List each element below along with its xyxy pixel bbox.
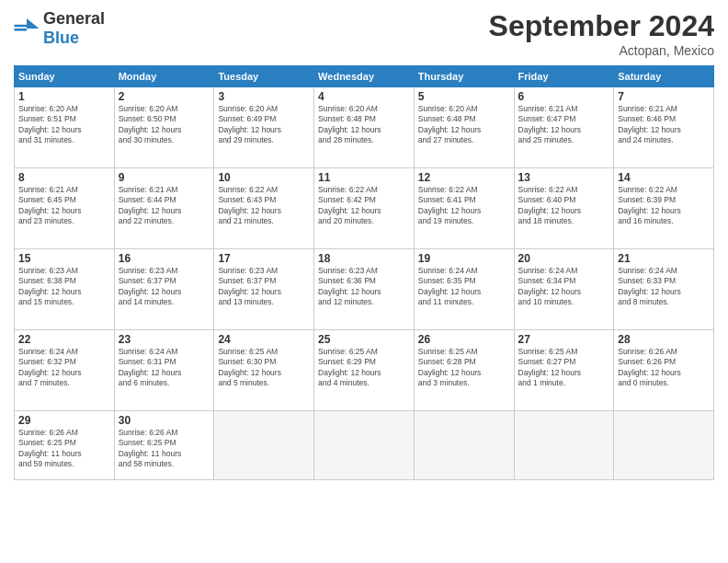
col-saturday: Saturday [614,66,714,87]
col-friday: Friday [514,66,614,87]
day-number: 29 [18,414,110,427]
table-row: 30Sunrise: 6:26 AM Sunset: 6:25 PM Dayli… [114,411,214,480]
day-number: 28 [618,333,710,346]
table-row: 3Sunrise: 6:20 AM Sunset: 6:49 PM Daylig… [214,87,314,168]
week-row-5: 29Sunrise: 6:26 AM Sunset: 6:25 PM Dayli… [15,411,714,480]
table-row: 15Sunrise: 6:23 AM Sunset: 6:38 PM Dayli… [15,249,115,330]
svg-marker-2 [27,18,40,29]
day-number: 16 [119,252,210,265]
day-number: 15 [18,252,110,265]
logo: General Blue [14,9,105,48]
day-number: 20 [518,252,610,265]
day-info: Sunrise: 6:20 AM Sunset: 6:51 PM Dayligh… [18,104,110,146]
day-info: Sunrise: 6:20 AM Sunset: 6:49 PM Dayligh… [218,104,310,146]
table-row: 19Sunrise: 6:24 AM Sunset: 6:35 PM Dayli… [414,249,514,330]
week-row-2: 8Sunrise: 6:21 AM Sunset: 6:45 PM Daylig… [15,168,714,249]
table-row: 5Sunrise: 6:20 AM Sunset: 6:48 PM Daylig… [414,87,514,168]
day-number: 6 [518,90,610,103]
day-number: 10 [218,171,310,184]
table-row: 7Sunrise: 6:21 AM Sunset: 6:46 PM Daylig… [614,87,714,168]
table-row: 26Sunrise: 6:25 AM Sunset: 6:28 PM Dayli… [414,330,514,411]
day-info: Sunrise: 6:25 AM Sunset: 6:29 PM Dayligh… [318,347,410,389]
table-row: 11Sunrise: 6:22 AM Sunset: 6:42 PM Dayli… [314,168,415,249]
svg-rect-1 [14,29,27,31]
header-row: Sunday Monday Tuesday Wednesday Thursday… [15,66,714,87]
day-number: 24 [218,333,310,346]
table-row: 2Sunrise: 6:20 AM Sunset: 6:50 PM Daylig… [114,87,214,168]
day-number: 2 [119,90,210,103]
col-sunday: Sunday [15,66,115,87]
day-info: Sunrise: 6:26 AM Sunset: 6:25 PM Dayligh… [18,428,110,470]
logo-blue: Blue [43,29,79,47]
day-number: 7 [618,90,710,103]
day-info: Sunrise: 6:21 AM Sunset: 6:45 PM Dayligh… [18,185,110,227]
table-row: 12Sunrise: 6:22 AM Sunset: 6:41 PM Dayli… [414,168,514,249]
day-info: Sunrise: 6:21 AM Sunset: 6:44 PM Dayligh… [119,185,210,227]
day-info: Sunrise: 6:22 AM Sunset: 6:43 PM Dayligh… [218,185,310,227]
day-number: 18 [318,252,410,265]
logo-text: General Blue [43,9,105,48]
day-info: Sunrise: 6:24 AM Sunset: 6:31 PM Dayligh… [119,347,210,389]
day-info: Sunrise: 6:22 AM Sunset: 6:40 PM Dayligh… [518,185,610,227]
day-number: 5 [418,90,510,103]
table-row: 22Sunrise: 6:24 AM Sunset: 6:32 PM Dayli… [15,330,115,411]
day-number: 12 [418,171,510,184]
day-number: 23 [119,333,210,346]
col-tuesday: Tuesday [214,66,314,87]
table-row: 13Sunrise: 6:22 AM Sunset: 6:40 PM Dayli… [514,168,614,249]
logo-icon [14,18,40,39]
table-row [214,411,314,480]
table-row: 14Sunrise: 6:22 AM Sunset: 6:39 PM Dayli… [614,168,714,249]
table-row [314,411,415,480]
day-info: Sunrise: 6:20 AM Sunset: 6:48 PM Dayligh… [418,104,510,146]
day-info: Sunrise: 6:25 AM Sunset: 6:30 PM Dayligh… [218,347,310,389]
day-number: 21 [618,252,710,265]
day-info: Sunrise: 6:22 AM Sunset: 6:42 PM Dayligh… [318,185,410,227]
day-info: Sunrise: 6:23 AM Sunset: 6:37 PM Dayligh… [119,266,210,308]
table-row [514,411,614,480]
day-number: 4 [318,90,410,103]
day-info: Sunrise: 6:24 AM Sunset: 6:34 PM Dayligh… [518,266,610,308]
day-number: 22 [18,333,110,346]
table-row: 8Sunrise: 6:21 AM Sunset: 6:45 PM Daylig… [15,168,115,249]
table-row: 17Sunrise: 6:23 AM Sunset: 6:37 PM Dayli… [214,249,314,330]
week-row-1: 1Sunrise: 6:20 AM Sunset: 6:51 PM Daylig… [15,87,714,168]
table-row: 4Sunrise: 6:20 AM Sunset: 6:48 PM Daylig… [314,87,415,168]
page: General Blue September 2024 Actopan, Mex… [0,0,728,563]
day-info: Sunrise: 6:26 AM Sunset: 6:25 PM Dayligh… [119,428,210,470]
day-info: Sunrise: 6:20 AM Sunset: 6:50 PM Dayligh… [119,104,210,146]
day-number: 19 [418,252,510,265]
table-row: 21Sunrise: 6:24 AM Sunset: 6:33 PM Dayli… [614,249,714,330]
table-row: 18Sunrise: 6:23 AM Sunset: 6:36 PM Dayli… [314,249,415,330]
day-number: 9 [119,171,210,184]
day-number: 27 [518,333,610,346]
day-info: Sunrise: 6:26 AM Sunset: 6:26 PM Dayligh… [618,347,710,389]
table-row: 9Sunrise: 6:21 AM Sunset: 6:44 PM Daylig… [114,168,214,249]
day-info: Sunrise: 6:20 AM Sunset: 6:48 PM Dayligh… [318,104,410,146]
day-info: Sunrise: 6:24 AM Sunset: 6:35 PM Dayligh… [418,266,510,308]
table-row: 28Sunrise: 6:26 AM Sunset: 6:26 PM Dayli… [614,330,714,411]
day-number: 17 [218,252,310,265]
day-info: Sunrise: 6:22 AM Sunset: 6:39 PM Dayligh… [618,185,710,227]
table-row: 29Sunrise: 6:26 AM Sunset: 6:25 PM Dayli… [15,411,115,480]
day-info: Sunrise: 6:25 AM Sunset: 6:28 PM Dayligh… [418,347,510,389]
day-number: 30 [119,414,210,427]
day-number: 26 [418,333,510,346]
table-row [414,411,514,480]
day-number: 13 [518,171,610,184]
day-number: 11 [318,171,410,184]
logo-general: General [43,9,105,28]
table-row: 6Sunrise: 6:21 AM Sunset: 6:47 PM Daylig… [514,87,614,168]
table-row: 16Sunrise: 6:23 AM Sunset: 6:37 PM Dayli… [114,249,214,330]
day-info: Sunrise: 6:21 AM Sunset: 6:47 PM Dayligh… [518,104,610,146]
table-row: 27Sunrise: 6:25 AM Sunset: 6:27 PM Dayli… [514,330,614,411]
col-monday: Monday [114,66,214,87]
day-info: Sunrise: 6:25 AM Sunset: 6:27 PM Dayligh… [518,347,610,389]
day-info: Sunrise: 6:23 AM Sunset: 6:36 PM Dayligh… [318,266,410,308]
day-info: Sunrise: 6:24 AM Sunset: 6:32 PM Dayligh… [18,347,110,389]
col-wednesday: Wednesday [314,66,415,87]
svg-rect-0 [14,25,27,28]
month-title: September 2024 [489,9,714,43]
table-row: 24Sunrise: 6:25 AM Sunset: 6:30 PM Dayli… [214,330,314,411]
day-number: 14 [618,171,710,184]
